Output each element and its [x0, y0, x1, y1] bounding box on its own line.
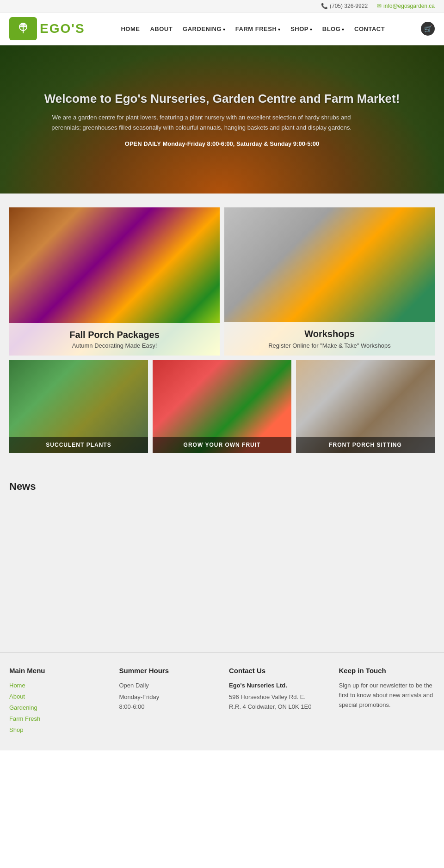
footer-newsletter: Keep in Touch Sign up for our newsletter…	[339, 667, 435, 737]
footer-link-about[interactable]: About	[9, 692, 105, 700]
workshops-card[interactable]: Workshops Register Online for "Make & Ta…	[224, 207, 435, 356]
footer-contact: Contact Us Ego's Nurseries Ltd. 596 Hors…	[229, 667, 325, 737]
featured-top-row: Fall Porch Packages Autumn Decorating Ma…	[9, 207, 435, 356]
footer-contact-heading: Contact Us	[229, 667, 325, 674]
fall-porch-label: Fall Porch Packages Autumn Decorating Ma…	[9, 323, 220, 356]
phone-info: 📞 (705) 326-9922	[321, 3, 368, 9]
footer-address1: 596 Horseshoe Valley Rd. E.	[229, 693, 325, 702]
hero-hours: OPEN DAILY Monday-Friday 8:00-6:00, Satu…	[44, 140, 400, 147]
footer-link-shop[interactable]: Shop	[9, 725, 105, 734]
phone-icon: 📞	[321, 3, 328, 9]
top-bar: 📞 (705) 326-9922 ✉ info@egosgarden.ca	[0, 0, 444, 12]
footer: Main Menu Home About Gardening Farm Fres…	[0, 652, 444, 750]
footer-menu-heading: Main Menu	[9, 667, 105, 674]
porch-sitting-card[interactable]: FRONT PORCH SITTING	[296, 360, 435, 453]
logo[interactable]: EGO'S	[9, 17, 85, 40]
footer-address2: R.R. 4 Coldwater, ON L0K 1E0	[229, 702, 325, 712]
fall-porch-card[interactable]: Fall Porch Packages Autumn Decorating Ma…	[9, 207, 220, 356]
hero-content: Welcome to Ego's Nurseries, Garden Centr…	[44, 92, 400, 147]
footer-hours-times: 8:00-6:00	[119, 702, 216, 712]
footer-main-menu: Main Menu Home About Gardening Farm Fres…	[9, 667, 105, 737]
nav-item-blog[interactable]: BLOG	[322, 25, 344, 33]
footer-link-home[interactable]: Home	[9, 681, 105, 689]
fall-porch-title: Fall Porch Packages	[18, 330, 210, 340]
featured-bottom-row: SUCCULENT PLANTS GROW YOUR OWN FRUIT FRO…	[9, 360, 435, 453]
fruit-label: GROW YOUR OWN FRUIT	[153, 437, 291, 453]
nav-item-gardening[interactable]: GARDENING	[183, 25, 225, 33]
featured-section: Fall Porch Packages Autumn Decorating Ma…	[0, 194, 444, 467]
email-info: ✉ info@egosgarden.ca	[377, 3, 435, 9]
footer-link-gardening[interactable]: Gardening	[9, 703, 105, 712]
footer-newsletter-text: Sign up for our newsletter to be the fir…	[339, 681, 435, 710]
main-nav: EGO'S HOME ABOUT GARDENING FARM FRESH SH…	[0, 12, 444, 45]
footer-grid: Main Menu Home About Gardening Farm Fres…	[9, 667, 435, 737]
nav-item-shop[interactable]: SHOP	[290, 25, 312, 33]
footer-business-name: Ego's Nurseries Ltd.	[229, 681, 325, 691]
footer-menu-list: Home About Gardening Farm Fresh Shop	[9, 681, 105, 734]
hero-title: Welcome to Ego's Nurseries, Garden Centr…	[44, 92, 400, 106]
porch-label: FRONT PORCH SITTING	[296, 437, 435, 453]
workshops-subtitle: Register Online for "Make & Take" Worksh…	[234, 342, 426, 349]
succulents-card[interactable]: SUCCULENT PLANTS	[9, 360, 148, 453]
phone-number: (705) 326-9922	[330, 3, 368, 9]
fall-porch-subtitle: Autumn Decorating Made Easy!	[18, 342, 210, 349]
nav-item-farmfresh[interactable]: FARM FRESH	[235, 25, 280, 33]
email-address: info@egosgarden.ca	[383, 3, 435, 9]
nav-item-home[interactable]: HOME	[121, 25, 140, 33]
footer-hours-open: Open Daily	[119, 681, 216, 691]
cart-icon[interactable]: 🛒	[421, 22, 435, 36]
footer-hours-heading: Summer Hours	[119, 667, 216, 674]
footer-hours-days: Monday-Friday	[119, 693, 216, 702]
footer-newsletter-heading: Keep in Touch	[339, 667, 435, 674]
logo-text: EGO'S	[40, 21, 85, 36]
news-heading: News	[9, 481, 435, 493]
fruit-card[interactable]: GROW YOUR OWN FRUIT	[153, 360, 291, 453]
nav-links: HOME ABOUT GARDENING FARM FRESH SHOP BLO…	[121, 25, 385, 33]
nav-item-about[interactable]: ABOUT	[150, 25, 173, 33]
email-icon: ✉	[377, 3, 382, 9]
workshops-label: Workshops Register Online for "Make & Ta…	[224, 322, 435, 356]
hero-section: Welcome to Ego's Nurseries, Garden Centr…	[0, 45, 444, 194]
news-section: News	[0, 467, 444, 652]
logo-icon	[9, 17, 37, 40]
nav-item-contact[interactable]: CONTACT	[354, 25, 385, 33]
hero-description: We are a garden centre for plant lovers,…	[44, 112, 359, 133]
workshops-title: Workshops	[234, 329, 426, 339]
footer-hours: Summer Hours Open Daily Monday-Friday 8:…	[119, 667, 216, 737]
succulents-label: SUCCULENT PLANTS	[9, 437, 148, 453]
footer-link-farmfresh[interactable]: Farm Fresh	[9, 714, 105, 723]
